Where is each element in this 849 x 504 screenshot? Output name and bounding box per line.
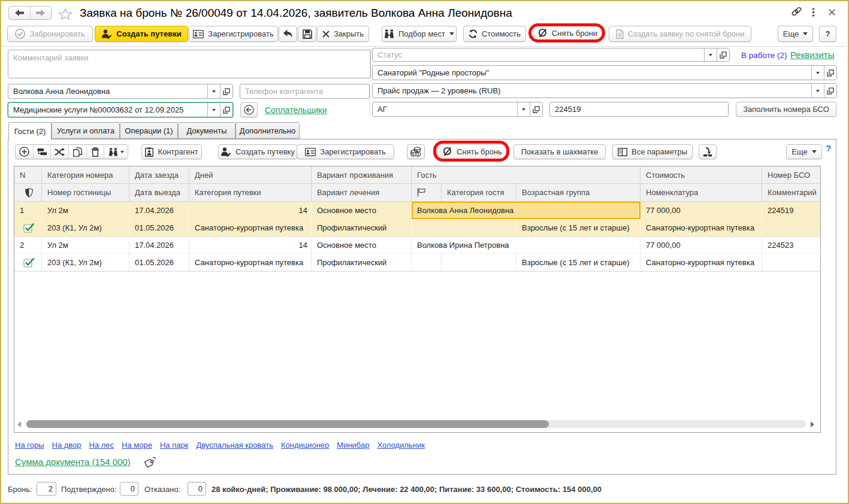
forward-button[interactable] [31,7,52,19]
applicant-dropdown-button[interactable] [207,84,220,98]
pick-places-button[interactable]: Подбор мест [382,26,457,42]
cell-main-guest-flag[interactable] [412,254,442,271]
window-close-icon[interactable] [829,9,835,16]
copayers-back-button[interactable] [240,102,258,117]
sanatorium-field[interactable]: Санаторий "Родные просторы" [372,65,837,80]
col-header-guest-category[interactable]: Категория гостя [442,184,516,202]
tab-operations[interactable]: Операции (1) [120,122,178,139]
cell-main-guest-flag[interactable] [412,219,442,236]
tab-services-payment[interactable]: Услуги и оплата [52,122,120,139]
cell-cost[interactable]: 77 000,00 [640,237,762,254]
cell-age-group[interactable]: Взрослые (с 15 лет и старше) [516,219,640,236]
cell-booked-checkbox[interactable] [14,254,42,271]
cell-treatment[interactable]: Профилактический [312,219,412,236]
cell-comment[interactable] [762,219,821,236]
feature-link-mountains[interactable]: На горы [15,441,44,450]
guests-more-button[interactable]: Еще [786,144,822,159]
show-chess-button[interactable]: Показать в шахматке [513,144,606,159]
agreement-field[interactable]: Медицинские услуги №00003632 от 12.09.20… [8,102,233,117]
feature-link-double-bed[interactable]: Двуспальная кровать [196,441,273,450]
delete-row-button[interactable] [87,145,105,159]
cell-treatment[interactable]: Профилактический [312,254,412,271]
cell-nomenclature[interactable]: Санаторно-курортная путевка [640,254,762,271]
money-info-button[interactable] [407,144,425,159]
booked-count-box[interactable]: 2 [37,482,56,496]
bso-number-field[interactable]: 224519 [549,102,729,117]
cell-room-category[interactable]: Ул 2м [42,202,129,219]
register-guest-button[interactable]: Зарегистрировать [297,144,394,159]
request-comment-textarea[interactable]: Комментарий заявки [8,50,371,78]
guest-row-2-detail[interactable]: 203 (К1, Ул 2м) 01.05.2026 Санаторно-кур… [14,254,820,271]
sanatorium-dropdown-button[interactable] [811,66,824,80]
cell-booked-checkbox[interactable] [14,219,42,236]
col-header-departure[interactable]: Дата выезда [129,184,189,202]
undo-button[interactable] [279,26,297,42]
guests-help-link[interactable]: ? [826,143,831,153]
guest-row-1-main[interactable]: 1 Ул 2м 17.04.2026 14 Основное место Вол… [14,202,820,219]
remove-booking-button[interactable]: Снять бронь [437,144,507,159]
cell-departure[interactable]: 01.05.2026 [129,254,189,271]
cell-days[interactable]: 14 [189,237,312,254]
col-header-main-guest-flag[interactable] [412,184,442,202]
fill-bso-button[interactable]: Заполнить номера БСО [736,102,836,117]
col-header-room-category[interactable]: Категория номера [42,166,129,184]
in-work-link[interactable]: В работе (2) [741,51,787,60]
feature-link-sea[interactable]: На море [122,441,152,450]
cell-room-category[interactable]: Ул 2м [42,237,129,254]
price-open-button[interactable] [824,84,836,98]
cell-age-group[interactable]: Взрослые (с 15 лет и старше) [516,254,640,271]
cell-hotel-room[interactable]: 203 (К1, Ул 2м) [42,254,129,271]
cell-arrival[interactable]: 17.04.2026 [129,237,189,254]
cost-button[interactable]: Стоимость [463,26,526,42]
create-vouchers-button[interactable]: Создать путевки [95,26,188,42]
col-header-n[interactable]: N [14,166,42,184]
col-header-stay-variant[interactable]: Вариант проживания [312,166,412,184]
col-header-nomenclature[interactable]: Номенклатура [640,184,762,202]
cell-bso[interactable]: 224519 [762,202,821,219]
feature-link-park[interactable]: На парк [160,441,188,450]
cell-voucher-category[interactable]: Санаторно-курортная путевка [189,254,312,271]
cell-bso[interactable]: 224523 [762,237,821,254]
status-open-button[interactable] [717,48,729,61]
col-header-cost[interactable]: Стоимость [640,166,762,184]
col-header-days[interactable]: Дней [189,166,312,184]
feature-link-minibar[interactable]: Минибар [337,441,369,450]
document-sum-link[interactable]: Сумма документа (154 000) [15,457,131,467]
declined-count-box[interactable]: 0 [188,482,206,496]
col-header-hotel-room[interactable]: Номер гостиницы [42,184,129,202]
agreement-dropdown-button[interactable] [207,103,220,117]
add-row-button[interactable] [16,145,34,159]
cell-guest-category[interactable] [442,219,516,236]
create-request-removed-button[interactable]: Создать заявку по снятой брони [609,26,751,42]
cell-arrival[interactable]: 17.04.2026 [129,202,189,219]
create-voucher-button[interactable]: Создать путевку [218,144,297,159]
book-button[interactable]: Забронировать [7,26,93,42]
scrollbar-left-arrow[interactable] [17,421,21,427]
col-header-age-group[interactable]: Возрастная группа [516,184,640,202]
status-field[interactable]: Статус [372,48,730,62]
add-subrow-button[interactable] [34,145,52,159]
kebab-menu-icon[interactable] [812,8,815,17]
feature-link-air-conditioner[interactable]: Кондиционер [281,441,329,450]
feature-link-yard[interactable]: На двор [52,441,81,450]
cell-stay-variant[interactable]: Основное место [312,202,412,219]
search-menu-button[interactable] [104,145,128,159]
cell-hotel-room[interactable]: 203 (К1, Ул 2м) [42,219,129,236]
get-link-icon[interactable] [791,7,802,17]
cell-guest-category[interactable] [442,254,516,271]
cell-days[interactable]: 14 [189,202,312,219]
col-header-treatment[interactable]: Вариант лечения [312,184,412,202]
cell-guest-selected[interactable]: Волкова Анна Леонидовна [412,202,640,219]
ag-field[interactable]: АГ [372,102,543,117]
phone-field[interactable]: Телефон контрагента [240,84,370,99]
cell-n[interactable]: 2 [14,237,42,254]
cell-guest[interactable]: Волкова Ирина Петровна [412,237,640,254]
cell-nomenclature[interactable]: Санаторно-курортная путевка [640,219,762,236]
requisites-link[interactable]: Реквизиты [790,50,835,60]
applicant-open-button[interactable] [220,84,232,98]
col-header-bso[interactable]: Номер БСО [762,166,821,184]
agreement-open-button[interactable] [220,103,232,117]
tab-additional[interactable]: Дополнительно [235,122,300,139]
counterparty-button[interactable]: Контрагент [141,144,202,159]
copayers-link[interactable]: Соплательщики [265,105,327,115]
